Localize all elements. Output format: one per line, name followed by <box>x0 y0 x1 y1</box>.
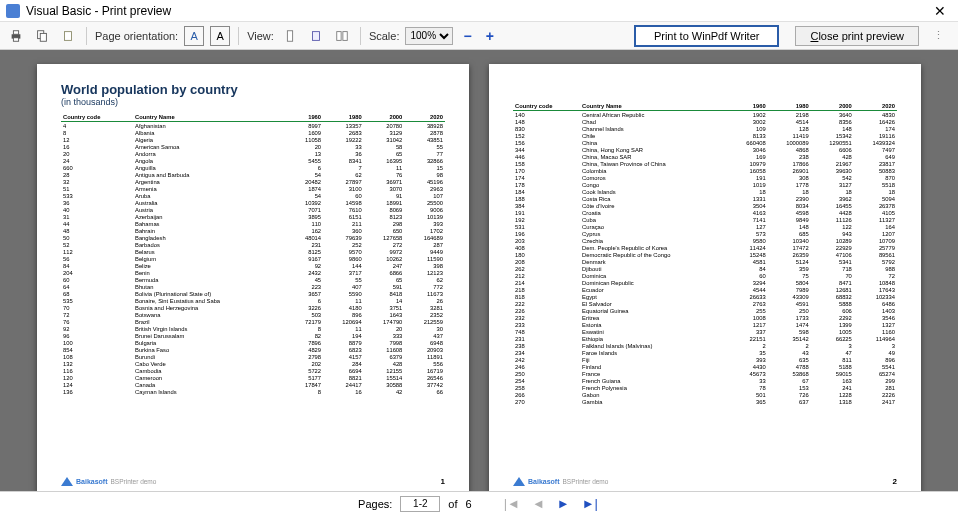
table-row: 92British Virgin Islands8112030 <box>61 325 445 332</box>
table-row: 242Fiji393635811896 <box>513 356 897 363</box>
logo-text: Baikasoft <box>528 478 560 485</box>
table-row: 238Falkland Islands (Malvinas)2233 <box>513 342 897 349</box>
separator <box>360 27 361 45</box>
pager-bar: Pages: of 6 |◄ ◄ ► ►| <box>0 491 958 515</box>
landscape-button[interactable]: A <box>210 26 230 46</box>
svg-rect-5 <box>65 31 72 40</box>
table-row: 250France45673538685901565274 <box>513 370 897 377</box>
table-row: 188Costa Rica1331239039625094 <box>513 195 897 202</box>
svg-rect-4 <box>40 33 46 41</box>
last-page-button[interactable]: ►| <box>580 496 600 511</box>
table-row: 152Chile8133114191534219116 <box>513 132 897 139</box>
table-row: 68Bolivia (Plurinational State of)365755… <box>61 290 445 297</box>
first-page-button[interactable]: |◄ <box>502 496 522 511</box>
table-header-row: Country codeCountry Name1960198020002020 <box>513 102 897 111</box>
close-icon[interactable]: ✕ <box>928 3 952 19</box>
table-row: 178Congo1019177831275518 <box>513 181 897 188</box>
table-row: 262Djibouti84359718988 <box>513 265 897 272</box>
table-row: 535Bonaire, Sint Eustatius and Saba61114… <box>61 297 445 304</box>
table-row: 16American Samoa20335855 <box>61 143 445 150</box>
table-row: 36Australia10392145981899125500 <box>61 199 445 206</box>
pages-of-label: of <box>448 498 457 510</box>
column-header: Country Name <box>580 102 730 111</box>
data-table: Country codeCountry Name1960198020002020… <box>513 102 897 405</box>
table-row: 48Bahrain1623606501702 <box>61 227 445 234</box>
column-header: Country code <box>513 102 580 111</box>
pages-input[interactable] <box>400 496 440 512</box>
table-row: 124Canada17847244173058837742 <box>61 381 445 388</box>
table-row: 208Denmark4581512453415792 <box>513 258 897 265</box>
table-row: 24Angola545583411639532866 <box>61 157 445 164</box>
zoom-select[interactable]: 100% <box>405 27 453 45</box>
table-row: 854Burkina Faso482968231160820903 <box>61 346 445 353</box>
zoom-in-button[interactable]: + <box>482 28 498 44</box>
column-header: 2000 <box>811 102 854 111</box>
print-to-pdf-button[interactable]: Print to WinPdf Writer <box>634 25 780 47</box>
next-page-button[interactable]: ► <box>555 496 572 511</box>
table-row: 270Gambia36563713182417 <box>513 398 897 405</box>
logo-text: Baikasoft <box>76 478 108 485</box>
close-preview-button[interactable]: Close print preview <box>795 26 919 46</box>
prev-page-button[interactable]: ◄ <box>530 496 547 511</box>
column-header: Country code <box>61 113 133 122</box>
table-row: 214Dominican Republic32945804847110848 <box>513 279 897 286</box>
table-row: 384Côte d'Ivoire350480341645526378 <box>513 202 897 209</box>
table-row: 226Equatorial Guinea2552506061403 <box>513 307 897 314</box>
column-header: Country Name <box>133 113 288 122</box>
page-footer: Baikasoft BSPrinter demo 1 <box>61 473 445 486</box>
table-row: 31Azerbaijan38956151812310139 <box>61 213 445 220</box>
table-row: 818Egypt266334330968832102334 <box>513 293 897 300</box>
table-row: 28Antigua and Barbuda54627698 <box>61 171 445 178</box>
report-subtitle: (in thousands) <box>61 97 445 107</box>
table-row: 4Afghanistan8997133572078038928 <box>61 122 445 130</box>
title-bar: Visual Basic - Print preview ✕ <box>0 0 958 22</box>
separator <box>238 27 239 45</box>
table-row: 222El Salvador2763459158886486 <box>513 300 897 307</box>
report-title: World population by country <box>61 82 445 97</box>
table-row: 533Aruba546091107 <box>61 192 445 199</box>
logo-icon <box>513 477 525 486</box>
portrait-button[interactable]: A <box>184 26 204 46</box>
table-row: 158China, Taiwan Province of China109791… <box>513 160 897 167</box>
table-row: 748Eswatini33759810051160 <box>513 328 897 335</box>
zoom-out-button[interactable]: − <box>459 28 475 44</box>
column-header: 1960 <box>288 113 323 122</box>
table-row: 70Bosnia and Herzegovina3226418037513281 <box>61 304 445 311</box>
table-row: 40Austria7071761080699006 <box>61 206 445 213</box>
export-icon[interactable] <box>58 26 78 46</box>
table-row: 60Bermuda45556562 <box>61 276 445 283</box>
print-icon[interactable] <box>6 26 26 46</box>
table-row: 660Anguilla671115 <box>61 164 445 171</box>
logo-icon <box>61 477 73 486</box>
view-fit-page-icon[interactable] <box>306 26 326 46</box>
table-row: 132Cabo Verde202284428556 <box>61 360 445 367</box>
table-row: 112Belarus8125957099729449 <box>61 248 445 255</box>
page-orientation-label: Page orientation: <box>95 30 178 42</box>
table-row: 234Faroe Islands35434749 <box>513 349 897 356</box>
page-number: 2 <box>893 477 897 486</box>
svg-rect-8 <box>337 31 341 40</box>
table-row: 212Dominica60757072 <box>513 272 897 279</box>
column-header: 1980 <box>768 102 811 111</box>
scale-label: Scale: <box>369 30 400 42</box>
view-two-page-icon[interactable] <box>332 26 352 46</box>
table-row: 120Cameroon517788211551426546 <box>61 374 445 381</box>
table-row: 233Estonia1217147413991327 <box>513 321 897 328</box>
page-footer: Baikasoft BSPrinter demo 2 <box>513 473 897 486</box>
toolbar: Page orientation: A A View: Scale: 100% … <box>0 22 958 50</box>
preview-workspace: World population by country (in thousand… <box>0 50 958 491</box>
table-row: 116Cambodia572266941215516719 <box>61 367 445 374</box>
copy-icon[interactable] <box>32 26 52 46</box>
column-header: 2020 <box>854 102 897 111</box>
table-row: 258French Polynesia78153241281 <box>513 384 897 391</box>
table-row: 64Bhutan223407591772 <box>61 283 445 290</box>
table-row: 246Finland4430478851885541 <box>513 363 897 370</box>
table-row: 12Algeria11058192223104243851 <box>61 136 445 143</box>
more-options-icon[interactable]: ⋮ <box>933 29 944 42</box>
table-row: 140Central African Republic1902219836404… <box>513 111 897 119</box>
data-table: Country codeCountry Name1960198020002020… <box>61 113 445 395</box>
table-row: 196Cyprus5736859431207 <box>513 230 897 237</box>
app-icon <box>6 4 20 18</box>
table-row: 180Democratic Republic of the Congo15248… <box>513 251 897 258</box>
view-fit-width-icon[interactable] <box>280 26 300 46</box>
